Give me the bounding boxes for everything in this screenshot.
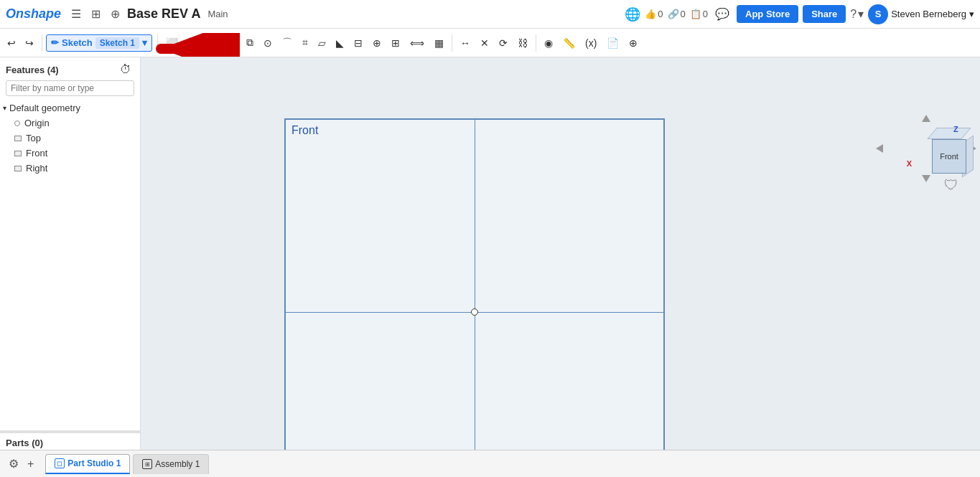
- shield-icon[interactable]: 🛡: [944, 177, 958, 194]
- like-count: 0: [658, 9, 663, 19]
- top-item[interactable]: Top: [0, 131, 140, 146]
- link-count: 0: [681, 9, 686, 19]
- cube-top-face[interactable]: [927, 128, 971, 139]
- origin-dot-icon: [14, 121, 20, 126]
- measure-button[interactable]: 📏: [559, 34, 579, 52]
- sketch-button[interactable]: ✏ Sketch Sketch 1 ▾: [46, 34, 152, 52]
- move-button[interactable]: ↔: [456, 34, 475, 52]
- features-header: Features (4) ⏱: [0, 57, 140, 80]
- sweep-button[interactable]: ◺: [206, 34, 223, 52]
- chat-icon[interactable]: 💬: [712, 6, 732, 22]
- render-button[interactable]: ◉: [540, 34, 557, 52]
- cube-horizontal-arrows: Front Z X: [894, 123, 958, 174]
- menu-icon[interactable]: ☰: [68, 6, 84, 22]
- loft-button[interactable]: ◸: [224, 34, 241, 52]
- front-view-label: Front: [291, 124, 318, 137]
- mirror-button[interactable]: ⟺: [406, 34, 429, 52]
- onshape-logo[interactable]: Onshape: [6, 6, 61, 22]
- globe-icon[interactable]: 🌐: [625, 6, 640, 22]
- transform-button[interactable]: ⟳: [495, 34, 512, 52]
- help-icon: ?: [850, 8, 857, 21]
- cube-down-arrow-icon[interactable]: [922, 175, 930, 182]
- parts-label: Parts (0): [0, 433, 140, 450]
- undo-button[interactable]: ↩: [3, 34, 20, 52]
- username: Steven Berneberg: [891, 9, 966, 19]
- z-axis-label: Z: [953, 125, 958, 133]
- top-nav: Onshape ☰ ⊞ ⊕ Base REV A Main 🌐 👍 0 🔗 0 …: [0, 0, 980, 29]
- divider-2: [157, 34, 158, 52]
- user-menu[interactable]: S Steven Berneberg ▾: [868, 4, 974, 24]
- manage-icon[interactable]: ⊕: [108, 6, 123, 22]
- cube-vertical-arrows: [922, 115, 930, 123]
- mate-button[interactable]: ⛓: [513, 34, 532, 52]
- cube-left-arrow-icon[interactable]: [876, 144, 883, 153]
- draft-button[interactable]: ◣: [332, 34, 348, 52]
- boolean-button[interactable]: ⊕: [368, 34, 386, 52]
- right-plane-icon: [14, 166, 22, 171]
- share-button[interactable]: Share: [803, 5, 846, 23]
- collapse-arrow-icon: ▾: [3, 104, 6, 112]
- copy-button[interactable]: 📋 0: [690, 9, 708, 19]
- viewport[interactable]: Front Front Z X 🛡: [141, 57, 980, 450]
- doc-branch: Main: [207, 9, 228, 19]
- part-studio-icon: ▢: [55, 458, 65, 468]
- copy-count: 0: [703, 9, 708, 19]
- divider-4: [536, 34, 536, 52]
- copy-icon: 📋: [690, 9, 701, 19]
- features-label: Features (4): [6, 65, 59, 75]
- hole-button[interactable]: ⊙: [259, 34, 276, 52]
- chamfer-button[interactable]: ⌗: [298, 34, 312, 52]
- add-tab-icon[interactable]: +: [24, 455, 37, 472]
- toolbar: ↩ ↪ ✏ Sketch Sketch 1 ▾ ⬜ 🔄 ◺ ◸ ⧉ ⊙ ⌒ ⌗ …: [0, 29, 980, 57]
- part-studio-tab[interactable]: ▢ Part Studio 1: [45, 454, 130, 474]
- sketch-canvas[interactable]: Front: [284, 118, 665, 450]
- sketch-dropdown-icon: ▾: [142, 37, 147, 48]
- assembly-label: Assembly 1: [155, 459, 200, 469]
- redo-button[interactable]: ↪: [21, 34, 38, 52]
- settings-tab-icon[interactable]: ⚙: [6, 455, 22, 472]
- variable-button[interactable]: (x): [581, 34, 601, 52]
- revolve-button[interactable]: 🔄: [184, 34, 205, 52]
- pattern-button[interactable]: ▦: [430, 34, 448, 52]
- like-button[interactable]: 👍 0: [645, 9, 663, 19]
- origin-label: Origin: [24, 118, 50, 128]
- assembly-tab[interactable]: ⊞ Assembly 1: [133, 454, 209, 474]
- divider-3: [452, 34, 452, 52]
- sketch-name: Sketch 1: [95, 37, 139, 49]
- pencil-icon: ✏: [51, 37, 59, 48]
- rib-button[interactable]: ⊟: [350, 34, 367, 52]
- divider-1: [42, 34, 42, 52]
- split-button[interactable]: ⊞: [387, 34, 404, 52]
- fillet-button[interactable]: ⌒: [278, 34, 297, 52]
- cube-up-arrow-icon[interactable]: [922, 115, 930, 122]
- undo-redo-group: ↩ ↪: [3, 34, 38, 52]
- delete-button[interactable]: ✕: [476, 34, 493, 52]
- offset-button[interactable]: ⧉: [242, 34, 258, 52]
- bottom-tabs: ⚙ + ▢ Part Studio 1 ⊞ Assembly 1: [0, 450, 980, 477]
- doc-title: Base REV A: [127, 6, 200, 22]
- appstore-button[interactable]: App Store: [737, 5, 798, 23]
- sidebar: Features (4) ⏱ ▾ Default geometry Origin…: [0, 57, 141, 450]
- shell-button[interactable]: ▱: [314, 34, 330, 52]
- link-button[interactable]: 🔗 0: [668, 9, 686, 19]
- help-button[interactable]: ? ▾: [850, 7, 864, 21]
- history-icon[interactable]: ⏱: [117, 62, 134, 77]
- feature-filter-input[interactable]: [6, 80, 134, 96]
- sheet-button[interactable]: 📄: [602, 34, 623, 52]
- origin-marker: [471, 308, 478, 316]
- origin-item[interactable]: Origin: [0, 115, 140, 131]
- feature-tree: ▾ Default geometry Origin Top Front Righ…: [0, 100, 140, 430]
- cube-front-face[interactable]: Front: [932, 139, 966, 174]
- x-axis-label: X: [907, 159, 912, 168]
- default-geometry-group[interactable]: ▾ Default geometry: [0, 100, 140, 115]
- right-item[interactable]: Right: [0, 161, 140, 176]
- plus-button[interactable]: ⊕: [625, 34, 642, 52]
- view-cube[interactable]: Front Z X 🛡: [894, 115, 958, 194]
- front-item[interactable]: Front: [0, 146, 140, 161]
- user-chevron-icon: ▾: [969, 9, 974, 19]
- extrude-button[interactable]: ⬜: [162, 34, 182, 52]
- sketch-label: Sketch: [62, 37, 93, 48]
- filter-icon[interactable]: ⊞: [88, 6, 103, 22]
- avatar: S: [868, 4, 888, 24]
- thumbs-up-icon: 👍: [645, 9, 656, 19]
